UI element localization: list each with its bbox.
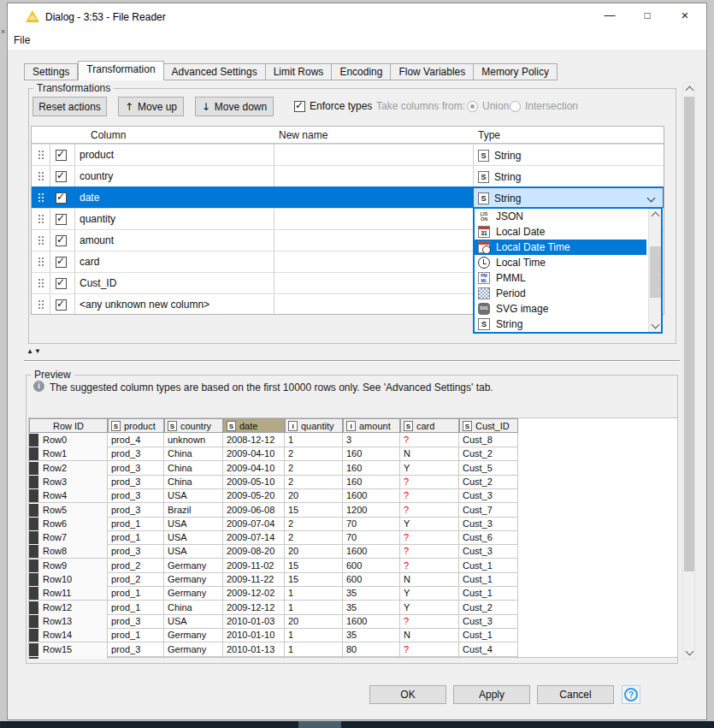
drag-handle-icon[interactable] [38,257,44,267]
preview-header-product[interactable]: Sproduct [108,418,164,433]
dropdown-scrollbar-thumb[interactable] [650,246,661,298]
drag-handle-icon[interactable] [38,215,44,224]
row-checkbox[interactable]: ✓ [56,278,67,289]
row-checkbox[interactable]: ✓ [56,214,67,225]
dropdown-item-pmml[interactable]: PMML [475,270,646,286]
preview-header-label: quantity [301,421,334,431]
help-button[interactable]: ? [622,685,640,704]
cell-value: Cust_3 [463,490,493,500]
row-checkbox[interactable]: ✓ [56,257,67,268]
row-checkbox[interactable]: ✓ [56,171,67,182]
dropdown-item-local-date[interactable]: Local Date [475,224,646,240]
type-combobox[interactable]: SString [473,187,664,209]
splitter-collapse-control[interactable]: ▲▼ [27,347,42,355]
cell-value: prod_3 [111,476,140,487]
data-cell: Cust_3 [459,614,518,629]
data-cell: Germany [164,628,223,642]
row-checkbox[interactable]: ✓ [56,235,67,246]
preview-header-amount[interactable]: Iamount [343,418,400,433]
scroll-up-icon[interactable] [686,86,694,95]
row-checkbox[interactable]: ✓ [56,299,67,311]
maximize-button[interactable]: □ [634,8,660,25]
scroll-down-icon[interactable] [652,321,660,329]
cell-value: Y [404,518,410,529]
move-down-button[interactable]: ↓ Move down [195,97,274,116]
drag-handle-icon[interactable] [38,236,44,246]
row-checkbox[interactable]: ✓ [56,192,67,204]
table-row: Row8prod_3USA2009-08-20201600?Cust_3 [29,544,518,559]
union-radio[interactable] [467,101,478,112]
drag-handle-icon[interactable] [38,279,44,288]
preview-header-cust-id[interactable]: SCust_ID [459,418,518,433]
cell-value: 1 [288,644,293,654]
table-row: Row0prod_4unknown2008-12-1213?Cust_8 [29,433,518,447]
scroll-down-icon[interactable] [686,648,694,656]
scroll-up-icon[interactable] [652,212,660,221]
dropdown-item-json[interactable]: JSON [475,209,646,224]
row-id-cell: Row14 [29,628,108,642]
type-dropdown-popup: JSONLocal DateLocal Date TimeLocal TimeP… [473,207,663,334]
dialog-scrollbar[interactable] [682,82,695,660]
data-cell: Cust_3 [459,488,518,503]
tab-memory-policy[interactable]: Memory Policy [474,63,558,80]
ok-button[interactable]: OK [369,685,446,704]
data-cell: 1600 [343,488,400,503]
dropdown-item-svg-image[interactable]: SVG image [475,301,646,317]
preview-info-text: The suggested column types are based on … [50,382,493,394]
reset-actions-button[interactable]: Reset actions [32,97,107,116]
cell-value: 70 [346,518,357,529]
cell-value: prod_1 [111,630,140,640]
move-up-button[interactable]: ↑ Move up [118,97,184,116]
data-cell: 2009-12-12 [223,601,285,615]
cell-value: ? [404,546,409,556]
drag-handle-icon[interactable] [38,193,44,203]
dropdown-item-local-date-time[interactable]: Local Date Time [475,240,646,255]
row-checkbox[interactable]: ✓ [56,150,67,161]
preview-header-card[interactable]: Scard [400,418,459,433]
tab-settings[interactable]: Settings [24,63,78,80]
tab-limit-rows[interactable]: Limit Rows [266,63,333,80]
cell-value: 2008-12-12 [227,435,274,445]
close-button[interactable]: × [672,8,698,25]
preview-header-country[interactable]: Scountry [164,418,223,433]
data-cell: Y [400,461,459,476]
data-cell: unknown [164,433,223,447]
minimize-button[interactable]: — [597,8,623,25]
data-cell: 20 [285,614,343,629]
data-cell: prod_3 [108,475,164,489]
type-cell[interactable]: SString [478,145,521,166]
drag-handle-icon[interactable] [38,172,44,181]
tab-transformation[interactable]: Transformation [78,61,163,80]
data-cell: Cust_1 [459,628,518,642]
drag-handle-icon[interactable] [38,151,44,160]
check-icon: ✓ [56,212,65,224]
dropdown-scrollbar[interactable] [648,209,661,332]
menu-file[interactable]: File [14,34,30,46]
dropdown-item-string[interactable]: String [475,317,646,332]
tab-advanced-settings[interactable]: Advanced Settings [164,63,266,80]
preview-header-row-id[interactable]: Row ID [29,418,108,433]
chevron-down-icon [647,194,656,203]
cell-value: 2010-01-13 [227,644,274,654]
dropdown-item-period[interactable]: Period [475,286,646,301]
dropdown-item-local-time[interactable]: Local Time [475,255,646,270]
cell-value: China [168,448,192,459]
cell-value: Germany [168,574,206,584]
tab-encoding[interactable]: Encoding [332,63,391,80]
cell-value: 35 [346,630,357,640]
apply-button[interactable]: Apply [453,685,530,704]
enforce-types-checkbox[interactable]: ✓ [294,101,305,112]
data-cell: 1600 [343,544,400,559]
dialog-scrollbar-thumb[interactable] [684,97,694,571]
data-cell: prod_2 [108,559,164,573]
preview-header-label: amount [359,421,391,431]
intersection-radio[interactable] [510,101,521,112]
data-cell: prod_3 [108,447,164,461]
preview-header-date[interactable]: Sdate [223,418,285,433]
type-cell[interactable]: SString [478,166,521,187]
data-cell: prod_3 [108,461,164,476]
preview-header-quantity[interactable]: Iquantity [285,418,343,433]
cancel-button[interactable]: Cancel [537,685,614,704]
tab-flow-variables[interactable]: Flow Variables [391,63,474,80]
drag-handle-icon[interactable] [38,300,44,310]
